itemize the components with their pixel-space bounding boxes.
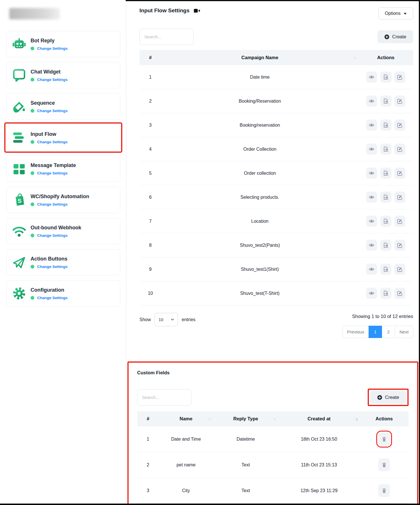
video-camera-icon[interactable] [194,8,200,13]
change-settings-link[interactable]: Change Settings [31,233,81,238]
edit-button[interactable] [394,240,405,251]
edit-button[interactable] [394,144,405,155]
change-settings-link[interactable]: Change Settings [31,77,68,82]
change-settings-link[interactable]: Change Settings [31,171,76,175]
delete-button[interactable] [378,433,390,446]
column-header-campaign-name[interactable]: Campaign Name↑↓ [161,50,359,65]
change-settings-link[interactable]: Change Settings [31,265,68,269]
campaign-row: 7 Location [139,209,413,233]
export-button[interactable] [380,144,391,155]
sidebar-item-sequence[interactable]: Sequence Change Settings [6,93,120,120]
sidebar-item-outbound-webhook[interactable]: Out-bound Webhook Change Settings [6,218,120,244]
sidebar-item-input-flow[interactable]: Input Flow Change Settings [6,124,120,151]
sidebar-item-message-template[interactable]: Message Template Change Settings [6,156,120,182]
view-button[interactable] [366,71,377,83]
campaign-name-cell: Date time [161,65,359,89]
export-button[interactable] [380,264,391,275]
campaign-row: 10 Shuvo_test(T-Shirt) [139,281,413,305]
edit-button[interactable] [394,168,405,179]
export-button[interactable] [380,192,391,203]
page-button[interactable]: 1 [369,326,382,338]
sidebar-item-chat-widget[interactable]: Chat Widget Change Settings [6,62,120,88]
export-button[interactable] [380,168,391,179]
view-button[interactable] [366,264,377,275]
entries-label: entries [182,317,195,322]
chevron-down-icon [404,13,407,15]
row-actions [358,113,413,137]
edit-button[interactable] [394,192,405,203]
edit-button[interactable] [394,120,405,131]
paper-plane-icon [12,255,31,270]
view-button[interactable] [366,288,377,299]
edit-button[interactable] [394,71,405,83]
status-dot [31,234,34,237]
column-header-created-at[interactable]: Created at↑↓ [278,411,360,426]
view-button[interactable] [366,168,377,179]
trash-icon [381,436,387,442]
robot-icon [12,37,31,51]
status-dot [31,171,34,175]
sort-icon[interactable]: ↑↓ [208,417,211,421]
sidebar-item-label: Bot Reply [31,38,68,44]
plus-circle-icon [384,34,389,39]
edit-button[interactable] [394,288,405,299]
export-button[interactable] [380,120,391,131]
export-button[interactable] [380,216,391,227]
change-settings-link[interactable]: Change Settings [31,140,68,144]
custom-field-row: 1 Date and Time Datetime 18th Oct 23 16:… [137,426,409,452]
export-button[interactable] [380,71,391,83]
view-button[interactable] [366,144,377,155]
change-settings-link[interactable]: Change Settings [31,202,89,206]
page-button[interactable]: Previous [343,326,369,338]
delete-button[interactable] [378,458,390,471]
view-button[interactable] [366,120,377,131]
export-button[interactable] [380,96,391,107]
sidebar-item-wc-shopify[interactable]: S WC/Shopify Automation Change Settings [6,187,120,213]
sort-icon-desc[interactable]: ↑↓ [355,417,357,421]
view-button[interactable] [366,96,377,107]
reply-type-cell: Text [213,478,278,504]
edit-button[interactable] [394,264,405,275]
view-button[interactable] [366,240,377,251]
sort-icon[interactable]: ↑↓ [273,417,276,421]
row-actions [358,281,413,305]
edit-button[interactable] [394,216,405,227]
create-button[interactable]: Create [377,30,413,43]
sidebar-item-action-buttons[interactable]: Action Buttons Change Settings [6,249,120,275]
app-window: Bot Reply Change Settings Chat Widget Ch… [0,0,420,505]
sort-icon[interactable]: ↑↓ [353,55,356,60]
sidebar-item-bot-reply[interactable]: Bot Reply Change Settings [6,31,120,57]
options-button[interactable]: Options [378,7,413,19]
bars-icon [12,130,31,145]
delete-button[interactable] [378,484,390,497]
change-settings-link[interactable]: Change Settings [31,109,68,113]
column-header-name[interactable]: Name↑↓ [159,411,213,426]
sidebar-item-configuration[interactable]: Configuration Change Settings [6,280,120,307]
sidebar-item-label: Message Template [31,162,76,168]
custom-fields-create-button[interactable]: Create [370,391,406,404]
row-number: 1 [139,65,161,89]
column-header-reply-type[interactable]: Reply Type↑↓ [213,411,278,426]
row-number: 5 [139,161,161,185]
change-settings-link[interactable]: Change Settings [31,296,68,300]
search-input[interactable] [139,29,194,45]
sidebar-item-label: Out-bound Webhook [31,225,81,231]
sidebar-item-label: Input Flow [31,131,68,137]
export-button[interactable] [380,240,391,251]
page-size-select[interactable]: 10 [155,313,178,326]
campaign-name-cell: Selecting products. [161,185,359,209]
row-number: 1 [137,426,159,452]
view-button[interactable] [366,216,377,227]
change-settings-link[interactable]: Change Settings [31,46,68,51]
export-button[interactable] [380,288,391,299]
page-button[interactable]: Next [395,326,413,338]
custom-fields-search-input[interactable] [137,389,191,405]
custom-field-row: 3 City Text 12th Sep 23 11:29 [137,478,409,504]
show-label: Show [139,317,151,322]
edit-button[interactable] [394,96,405,107]
create-button-highlight-box: Create [368,389,409,406]
view-button[interactable] [366,192,377,203]
page-button[interactable]: 2 [382,326,395,338]
row-actions [358,209,413,233]
campaign-name-cell: Shuvo_test(T-Shirt) [161,281,359,305]
